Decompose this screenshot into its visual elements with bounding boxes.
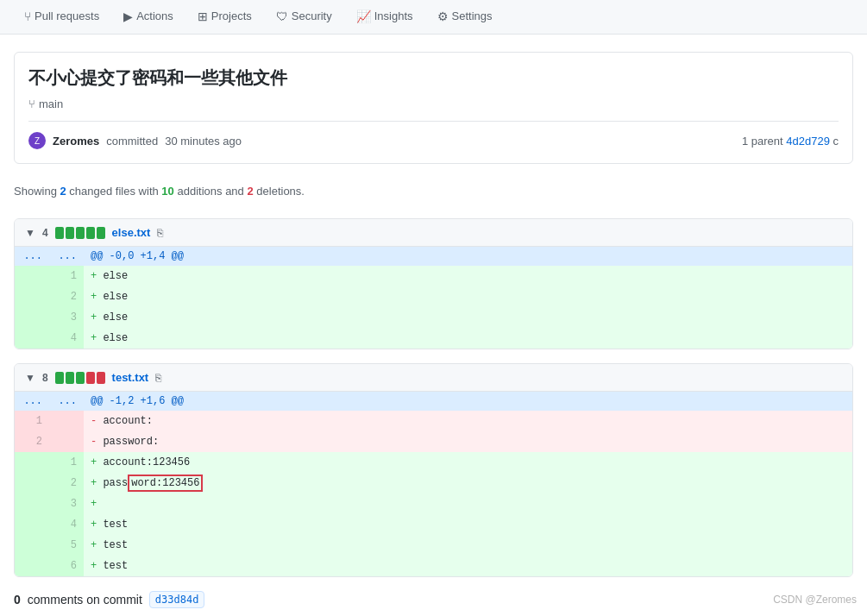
diff-line: 2 - password:: [15, 431, 852, 452]
diff-toggle-else[interactable]: ▼: [25, 227, 35, 239]
diff-hunk-header: ... ... @@ -1,2 +1,6 @@: [15, 392, 852, 411]
commit-title: 不小心提交了密码和一些其他文件: [28, 66, 839, 90]
diff-line: 1 - account:: [15, 411, 852, 431]
diff-block: [86, 227, 95, 239]
avatar: Z: [28, 132, 46, 149]
diff-table-else: ... ... @@ -0,0 +1,4 @@ 1 + else 2 + els…: [15, 247, 852, 349]
diff-line: 1 + account:123456: [15, 452, 852, 473]
diff-line: 5 + test: [15, 535, 852, 556]
diff-block: [55, 372, 64, 384]
comments-header: 0 comments on commit d33d84d: [14, 591, 853, 608]
settings-icon: ⚙: [437, 9, 449, 23]
main-content: 不小心提交了密码和一些其他文件 ⑂ main Z Zeromes committ…: [0, 35, 867, 616]
watermark: CSDN @Zeromes: [773, 594, 857, 606]
commit-author: Z Zeromes committed 30 minutes ago: [28, 132, 242, 149]
pull-requests-icon: ⑂: [24, 9, 31, 23]
diff-blocks-else: [55, 227, 105, 239]
comments-count: 0: [14, 593, 21, 607]
diff-blocks-test: [55, 372, 105, 384]
diff-hunk-header: ... ... @@ -0,0 +1,4 @@: [15, 247, 852, 266]
actions-icon: ▶: [123, 9, 133, 23]
diff-block: [97, 372, 105, 384]
commit-branch: ⑂ main: [28, 97, 63, 110]
nav-projects[interactable]: ⊞ Projects: [187, 3, 262, 32]
nav-security[interactable]: 🛡 Security: [266, 3, 342, 32]
diff-line: 1 + else: [15, 266, 852, 286]
commit-hash-badge[interactable]: d33d84d: [149, 591, 205, 608]
diff-line: 6 + test: [15, 556, 852, 576]
nav-actions[interactable]: ▶ Actions: [113, 3, 184, 32]
comments-label: comments on commit: [28, 593, 142, 607]
file-summary: Showing 2 changed files with 10 addition…: [14, 178, 853, 204]
diff-block: [97, 227, 105, 239]
diff-line: 2 + else: [15, 286, 852, 307]
commit-parent: 1 parent 4d2d729 c: [742, 135, 839, 148]
branch-icon: ⑂: [28, 97, 35, 110]
diff-block: [86, 372, 95, 384]
diff-file-header-test: ▼ 8 test.txt ⎘: [15, 364, 852, 392]
commit-meta: Z Zeromes committed 30 minutes ago 1 par…: [28, 121, 839, 149]
diff-line: 4 + test: [15, 514, 852, 535]
diff-table-test: ... ... @@ -1,2 +1,6 @@ 1 - account: 2 -…: [15, 392, 852, 576]
diff-block: [66, 227, 74, 239]
diff-filename-else[interactable]: else.txt: [112, 226, 151, 239]
comments-section: 0 comments on commit d33d84d Z: [14, 591, 853, 616]
parent-hash-link[interactable]: 4d2d729: [786, 135, 830, 148]
diff-toggle-test[interactable]: ▼: [25, 372, 35, 384]
diff-file-else-txt: ▼ 4 else.txt ⎘ ... ... @@ -0,0 +1,4 @@: [14, 218, 853, 349]
nav-pull-requests[interactable]: ⑂ Pull requests: [14, 3, 110, 32]
copy-filename-icon[interactable]: ⎘: [157, 227, 163, 239]
diff-block: [76, 372, 85, 384]
commit-header: 不小心提交了密码和一些其他文件 ⑂ main Z Zeromes committ…: [14, 52, 853, 164]
security-icon: 🛡: [276, 9, 288, 23]
diff-block: [76, 227, 85, 239]
diff-line: 3 + else: [15, 307, 852, 328]
diff-block: [66, 372, 74, 384]
diff-file-header-else: ▼ 4 else.txt ⎘: [15, 219, 852, 247]
top-nav: ⑂ Pull requests ▶ Actions ⊞ Projects 🛡 S…: [0, 0, 867, 35]
diff-line: 3 +: [15, 493, 852, 514]
insights-icon: 📈: [356, 9, 371, 23]
nav-settings[interactable]: ⚙ Settings: [427, 3, 503, 32]
nav-insights[interactable]: 📈 Insights: [346, 3, 424, 32]
diff-line-highlighted: 2 + password:123456: [15, 473, 852, 493]
diff-filename-test[interactable]: test.txt: [112, 371, 149, 384]
diff-file-test-txt: ▼ 8 test.txt ⎘ ... ... @@ -1,2 +1,6 @@: [14, 363, 853, 577]
copy-filename-icon[interactable]: ⎘: [155, 372, 161, 384]
diff-block: [55, 227, 64, 239]
projects-icon: ⊞: [198, 9, 208, 23]
highlight-box: word:123456: [128, 475, 203, 492]
diff-line: 4 + else: [15, 328, 852, 349]
